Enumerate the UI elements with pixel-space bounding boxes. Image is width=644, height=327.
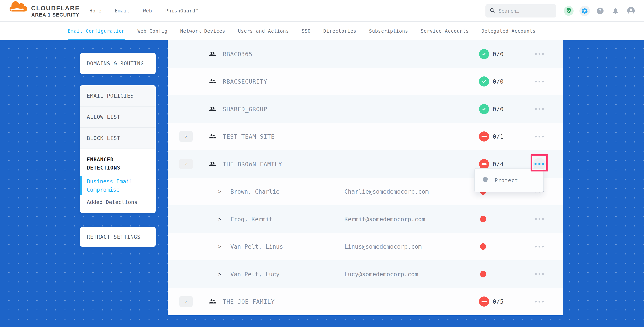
sidebar-item-domains-routing[interactable]: DOMAINS & ROUTING <box>80 53 156 74</box>
shield-check-icon <box>565 7 572 15</box>
member-row: >Frog, KermitKermit@somedemocorp.com <box>168 205 563 233</box>
sidebar-item-allow-list[interactable]: ALLOW LIST <box>80 106 156 128</box>
group-row: RBACO3650/0 <box>168 40 563 68</box>
group-name: THE BROWN FAMILY <box>223 161 282 167</box>
protected-count: 0/5 <box>493 298 504 305</box>
row-menu-button[interactable] <box>533 130 546 143</box>
dots-menu-icon <box>535 301 537 303</box>
group-name: TEST TEAM SITE <box>223 133 275 140</box>
dots-menu-icon <box>542 53 544 55</box>
row-menu-button[interactable] <box>533 295 546 308</box>
app-window: CLOUDFLARE AREA 1 SECURITY Home Email We… <box>0 0 644 327</box>
security-status-button[interactable] <box>564 6 574 16</box>
tab-users-and-actions[interactable]: Users and Actions <box>238 22 289 40</box>
dots-menu-icon <box>535 136 537 137</box>
status-blocked-icon <box>479 297 489 307</box>
context-menu-item-protect[interactable]: Protect <box>494 177 518 183</box>
expand-toggle-button[interactable]: › <box>180 159 192 169</box>
member-email: Lucy@somedemocorp.com <box>344 271 418 278</box>
sidebar-policies-card: EMAIL POLICIES ALLOW LIST BLOCK LIST ENH… <box>80 85 156 213</box>
search-box[interactable] <box>486 4 556 17</box>
tab-subscriptions[interactable]: Subscriptions <box>369 22 408 40</box>
sidebar-item-label: ALLOW LIST <box>87 114 120 120</box>
sidebar-item-email-policies[interactable]: EMAIL POLICIES <box>80 85 156 106</box>
sidebar-item-enhanced-detections[interactable]: ENHANCED DETECTIONS <box>87 156 150 172</box>
row-menu-button[interactable] <box>533 268 546 280</box>
user-avatar-icon <box>627 6 635 15</box>
status-ok-icon <box>479 76 489 86</box>
sidebar-item-block-list[interactable]: BLOCK LIST <box>80 128 156 149</box>
row-menu-button[interactable] <box>533 48 546 60</box>
tab-email-configuration[interactable]: Email Configuration <box>68 22 125 40</box>
dots-menu-icon <box>538 218 540 220</box>
dots-menu-icon <box>535 273 537 275</box>
dots-menu-icon <box>542 81 544 82</box>
row-context-menu: Protect <box>474 168 544 192</box>
group-icon <box>208 160 216 168</box>
status-ok-icon <box>479 49 489 59</box>
status-ok-icon <box>479 104 489 114</box>
row-menu-button[interactable] <box>533 213 546 225</box>
dots-menu-icon <box>534 163 536 165</box>
tab-delegated-accounts[interactable]: Delegated Accounts <box>482 22 536 40</box>
minus-icon <box>482 301 486 302</box>
sidebar-item-added-detections[interactable]: Added Detections <box>87 199 150 205</box>
minus-icon <box>482 163 486 165</box>
bell-icon <box>612 7 619 15</box>
protected-count: 0/0 <box>493 106 504 112</box>
group-icon <box>208 298 216 306</box>
sidebar-item-label: BLOCK LIST <box>87 135 120 141</box>
dots-menu-icon <box>542 301 544 303</box>
protected-count: 0/0 <box>493 78 504 85</box>
row-menu-button[interactable] <box>533 240 546 253</box>
account-button[interactable] <box>627 6 635 15</box>
dots-menu-icon <box>542 218 544 220</box>
dots-menu-icon <box>542 273 544 275</box>
help-button[interactable]: ? <box>597 7 604 14</box>
settings-button[interactable] <box>580 6 590 16</box>
brand-subtitle: AREA 1 SECURITY <box>31 12 80 18</box>
dots-menu-icon <box>538 163 540 165</box>
nav-link-home[interactable]: Home <box>90 8 102 13</box>
status-blocked-icon <box>479 131 489 142</box>
member-name: Frog, Kermit <box>230 216 272 222</box>
member-email: Charlie@somedemocorp.com <box>344 188 428 195</box>
member-row: >Van Pelt, LucyLucy@somedemocorp.com <box>168 260 563 288</box>
dots-menu-icon <box>535 246 537 248</box>
notifications-button[interactable] <box>612 7 619 15</box>
tab-network-devices[interactable]: Network Devices <box>180 22 225 40</box>
tab-web-config[interactable]: Web Config <box>138 22 168 40</box>
tab-sso[interactable]: SSO <box>302 22 310 40</box>
sidebar-item-retract-settings[interactable]: RETRACT SETTINGS <box>80 227 156 247</box>
brand-title: CLOUDFLARE <box>31 5 80 12</box>
protected-count: 0/4 <box>493 161 504 167</box>
chevron-down-icon: › <box>184 163 189 165</box>
chevron-right-icon: > <box>218 271 222 277</box>
dots-menu-icon <box>535 81 537 82</box>
sidebar-item-business-email-compromise[interactable]: Business Email Compromise <box>87 177 150 194</box>
nav-link-phishguard[interactable]: PhishGuard™ <box>165 8 198 13</box>
chevron-right-icon: › <box>185 134 187 139</box>
search-input[interactable] <box>498 8 552 14</box>
dots-menu-icon <box>538 108 540 110</box>
sidebar-item-label: RETRACT SETTINGS <box>87 234 140 240</box>
dots-menu-icon <box>538 136 540 137</box>
group-icon <box>208 105 216 113</box>
section-tabs: Email Configuration Web Config Network D… <box>0 22 644 40</box>
nav-link-email[interactable]: Email <box>115 8 130 13</box>
shield-icon <box>482 176 489 184</box>
sidebar-item-label: DOMAINS & ROUTING <box>87 60 144 66</box>
protected-count: 0/0 <box>493 50 504 57</box>
row-menu-button[interactable] <box>533 75 546 88</box>
tab-directories[interactable]: Directories <box>323 22 356 40</box>
dots-menu-icon <box>542 163 544 165</box>
group-row: ›THE JOE FAMILY0/5 <box>168 288 563 316</box>
row-menu-button[interactable] <box>533 103 546 115</box>
expand-toggle-button[interactable]: › <box>180 296 192 307</box>
primary-nav: Home Email Web PhishGuard™ <box>90 0 198 22</box>
expand-toggle-button[interactable]: › <box>180 131 192 142</box>
tab-service-accounts[interactable]: Service Accounts <box>421 22 469 40</box>
member-email: Linus@somedemocorp.com <box>344 243 422 250</box>
nav-link-web[interactable]: Web <box>143 8 152 13</box>
member-row: >Van Pelt, LinusLinus@somedemocorp.com <box>168 233 563 261</box>
